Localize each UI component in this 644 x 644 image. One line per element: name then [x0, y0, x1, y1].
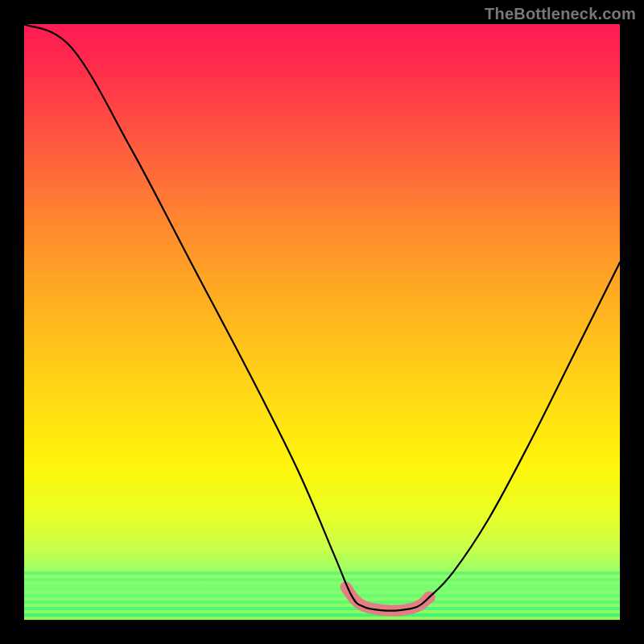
chart-frame: TheBottleneck.com: [0, 0, 644, 644]
curve-layer: [24, 24, 620, 620]
watermark-text: TheBottleneck.com: [485, 5, 636, 23]
plot-area: [24, 24, 620, 620]
bottleneck-curve-path: [24, 24, 620, 611]
